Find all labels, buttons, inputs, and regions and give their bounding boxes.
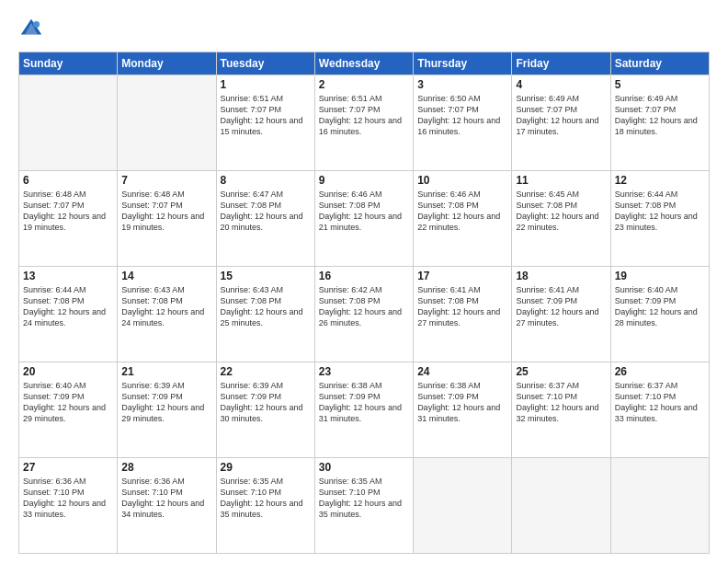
- calendar-cell: 28Sunrise: 6:36 AMSunset: 7:10 PMDayligh…: [118, 458, 216, 554]
- calendar-cell: 2Sunrise: 6:51 AMSunset: 7:07 PMDaylight…: [314, 75, 413, 171]
- calendar-cell: 12Sunrise: 6:44 AMSunset: 7:08 PMDayligh…: [610, 171, 709, 267]
- header: [18, 17, 710, 42]
- calendar-cell: [19, 75, 118, 171]
- calendar-cell: 22Sunrise: 6:39 AMSunset: 7:09 PMDayligh…: [216, 362, 314, 458]
- day-number: 27: [23, 461, 113, 474]
- svg-point-2: [33, 21, 40, 28]
- day-info: Sunrise: 6:40 AMSunset: 7:09 PMDaylight:…: [23, 380, 113, 425]
- day-number: 25: [516, 365, 606, 378]
- week-row-0: 1Sunrise: 6:51 AMSunset: 7:07 PMDaylight…: [19, 75, 710, 171]
- day-info: Sunrise: 6:51 AMSunset: 7:07 PMDaylight:…: [221, 93, 311, 138]
- day-number: 26: [615, 365, 705, 378]
- day-info: Sunrise: 6:41 AMSunset: 7:08 PMDaylight:…: [417, 284, 507, 329]
- day-info: Sunrise: 6:51 AMSunset: 7:07 PMDaylight:…: [319, 93, 409, 138]
- calendar-cell: 3Sunrise: 6:50 AMSunset: 7:07 PMDaylight…: [414, 75, 512, 171]
- week-row-4: 27Sunrise: 6:36 AMSunset: 7:10 PMDayligh…: [19, 458, 710, 554]
- day-number: 2: [319, 78, 409, 91]
- calendar-cell: 17Sunrise: 6:41 AMSunset: 7:08 PMDayligh…: [414, 267, 512, 362]
- calendar-cell: 14Sunrise: 6:43 AMSunset: 7:08 PMDayligh…: [118, 267, 216, 362]
- day-number: 28: [121, 461, 211, 474]
- day-info: Sunrise: 6:47 AMSunset: 7:08 PMDaylight:…: [221, 189, 311, 234]
- weekday-header-saturday: Saturday: [610, 52, 709, 75]
- day-number: 18: [516, 270, 606, 282]
- day-number: 15: [221, 270, 311, 282]
- day-info: Sunrise: 6:37 AMSunset: 7:10 PMDaylight:…: [615, 380, 705, 425]
- calendar-cell: 5Sunrise: 6:49 AMSunset: 7:07 PMDaylight…: [610, 75, 709, 171]
- week-row-1: 6Sunrise: 6:48 AMSunset: 7:07 PMDaylight…: [19, 171, 710, 267]
- weekday-header-tuesday: Tuesday: [216, 52, 314, 75]
- calendar-cell: 27Sunrise: 6:36 AMSunset: 7:10 PMDayligh…: [19, 458, 118, 554]
- calendar-cell: 26Sunrise: 6:37 AMSunset: 7:10 PMDayligh…: [610, 362, 709, 458]
- day-info: Sunrise: 6:46 AMSunset: 7:08 PMDaylight:…: [319, 189, 409, 234]
- day-info: Sunrise: 6:35 AMSunset: 7:10 PMDaylight:…: [319, 476, 409, 521]
- day-number: 20: [23, 365, 113, 378]
- calendar-cell: 7Sunrise: 6:48 AMSunset: 7:07 PMDaylight…: [118, 171, 216, 267]
- day-number: 17: [417, 270, 507, 282]
- day-number: 8: [221, 174, 311, 187]
- day-info: Sunrise: 6:43 AMSunset: 7:08 PMDaylight:…: [121, 284, 211, 329]
- day-info: Sunrise: 6:39 AMSunset: 7:09 PMDaylight:…: [221, 380, 311, 425]
- day-info: Sunrise: 6:37 AMSunset: 7:10 PMDaylight:…: [516, 380, 606, 425]
- weekday-header-monday: Monday: [118, 52, 216, 75]
- weekday-header-thursday: Thursday: [414, 52, 512, 75]
- logo: [18, 17, 48, 42]
- calendar-cell: [118, 75, 216, 171]
- day-number: 1: [221, 78, 311, 91]
- day-info: Sunrise: 6:39 AMSunset: 7:09 PMDaylight:…: [121, 380, 211, 425]
- day-info: Sunrise: 6:46 AMSunset: 7:08 PMDaylight:…: [417, 189, 507, 234]
- day-info: Sunrise: 6:45 AMSunset: 7:08 PMDaylight:…: [516, 189, 606, 234]
- weekday-header-wednesday: Wednesday: [314, 52, 413, 75]
- day-info: Sunrise: 6:43 AMSunset: 7:08 PMDaylight:…: [221, 284, 311, 329]
- page: SundayMondayTuesdayWednesdayThursdayFrid…: [0, 0, 728, 563]
- day-info: Sunrise: 6:36 AMSunset: 7:10 PMDaylight:…: [23, 476, 113, 521]
- day-info: Sunrise: 6:35 AMSunset: 7:10 PMDaylight:…: [221, 476, 311, 521]
- day-info: Sunrise: 6:41 AMSunset: 7:09 PMDaylight:…: [516, 284, 606, 329]
- calendar-cell: [414, 458, 512, 554]
- day-info: Sunrise: 6:49 AMSunset: 7:07 PMDaylight:…: [516, 93, 606, 138]
- day-number: 3: [417, 78, 507, 91]
- calendar-cell: 18Sunrise: 6:41 AMSunset: 7:09 PMDayligh…: [512, 267, 610, 362]
- day-number: 29: [221, 461, 311, 474]
- calendar-cell: 4Sunrise: 6:49 AMSunset: 7:07 PMDaylight…: [512, 75, 610, 171]
- day-number: 13: [23, 270, 113, 282]
- weekday-header-friday: Friday: [512, 52, 610, 75]
- day-number: 4: [516, 78, 606, 91]
- day-number: 30: [319, 461, 409, 474]
- weekday-header-sunday: Sunday: [19, 52, 118, 75]
- day-number: 22: [221, 365, 311, 378]
- calendar-cell: 9Sunrise: 6:46 AMSunset: 7:08 PMDaylight…: [314, 171, 413, 267]
- day-info: Sunrise: 6:38 AMSunset: 7:09 PMDaylight:…: [417, 380, 507, 425]
- calendar-cell: 16Sunrise: 6:42 AMSunset: 7:08 PMDayligh…: [314, 267, 413, 362]
- calendar-cell: 20Sunrise: 6:40 AMSunset: 7:09 PMDayligh…: [19, 362, 118, 458]
- calendar-cell: 11Sunrise: 6:45 AMSunset: 7:08 PMDayligh…: [512, 171, 610, 267]
- day-number: 19: [615, 270, 705, 282]
- calendar-cell: 23Sunrise: 6:38 AMSunset: 7:09 PMDayligh…: [314, 362, 413, 458]
- calendar-cell: 13Sunrise: 6:44 AMSunset: 7:08 PMDayligh…: [19, 267, 118, 362]
- day-info: Sunrise: 6:48 AMSunset: 7:07 PMDaylight:…: [121, 189, 211, 234]
- calendar-cell: 24Sunrise: 6:38 AMSunset: 7:09 PMDayligh…: [414, 362, 512, 458]
- calendar-cell: 21Sunrise: 6:39 AMSunset: 7:09 PMDayligh…: [118, 362, 216, 458]
- week-row-2: 13Sunrise: 6:44 AMSunset: 7:08 PMDayligh…: [19, 267, 710, 362]
- day-number: 7: [121, 174, 211, 187]
- logo-icon: [18, 17, 44, 42]
- day-info: Sunrise: 6:42 AMSunset: 7:08 PMDaylight:…: [319, 284, 409, 329]
- day-number: 16: [319, 270, 409, 282]
- day-number: 12: [615, 174, 705, 187]
- day-number: 21: [121, 365, 211, 378]
- day-number: 5: [615, 78, 705, 91]
- day-info: Sunrise: 6:49 AMSunset: 7:07 PMDaylight:…: [615, 93, 705, 138]
- week-row-3: 20Sunrise: 6:40 AMSunset: 7:09 PMDayligh…: [19, 362, 710, 458]
- day-number: 10: [417, 174, 507, 187]
- day-number: 11: [516, 174, 606, 187]
- day-info: Sunrise: 6:36 AMSunset: 7:10 PMDaylight:…: [121, 476, 211, 521]
- calendar-cell: [610, 458, 709, 554]
- calendar-cell: [512, 458, 610, 554]
- weekday-header-row: SundayMondayTuesdayWednesdayThursdayFrid…: [19, 52, 710, 75]
- calendar: SundayMondayTuesdayWednesdayThursdayFrid…: [18, 52, 710, 554]
- day-info: Sunrise: 6:44 AMSunset: 7:08 PMDaylight:…: [615, 189, 705, 234]
- day-number: 24: [417, 365, 507, 378]
- calendar-cell: 29Sunrise: 6:35 AMSunset: 7:10 PMDayligh…: [216, 458, 314, 554]
- calendar-cell: 6Sunrise: 6:48 AMSunset: 7:07 PMDaylight…: [19, 171, 118, 267]
- day-info: Sunrise: 6:44 AMSunset: 7:08 PMDaylight:…: [23, 284, 113, 329]
- day-number: 23: [319, 365, 409, 378]
